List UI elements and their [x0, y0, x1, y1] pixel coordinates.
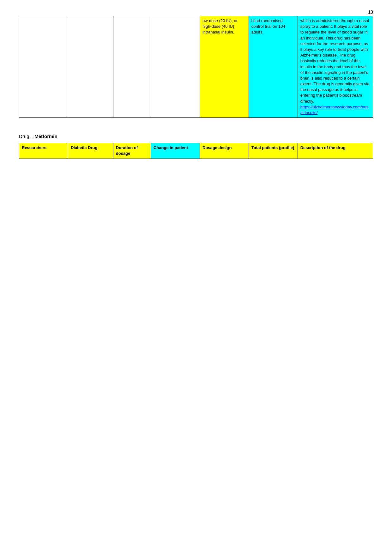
header-total-patients-text: Total patients (profile) [251, 145, 294, 150]
total-patients-text: blind randomised control trial on 104 ad… [251, 18, 285, 34]
header-description: Description of the drug [298, 143, 373, 159]
header-researchers: Researchers [19, 143, 68, 159]
cell-total-patients: blind randomised control trial on 104 ad… [249, 16, 298, 118]
header-diabetic-drug: Diabetic Drug [68, 143, 113, 159]
cell-researchers [19, 16, 68, 118]
dosage-text: ow-dose (20 IU), or high-dose (40 IU) in… [202, 18, 238, 34]
table-row: ow-dose (20 IU), or high-dose (40 IU) in… [19, 16, 373, 118]
drug-name: Metformin [34, 134, 57, 139]
page-number: 13 [368, 9, 373, 15]
header-dosage-text: Dosage design [202, 145, 232, 150]
drug-label: Drug – [19, 134, 33, 139]
header-dosage: Dosage design [200, 143, 249, 159]
description-link[interactable]: https://alzheimersnewstoday.com/nasal-in… [300, 105, 369, 115]
header-change-text: Change in patient [154, 145, 188, 150]
header-change: Change in patient [151, 143, 200, 159]
cell-diabetic-drug [68, 16, 113, 118]
top-continuation-table: ow-dose (20 IU), or high-dose (40 IU) in… [19, 16, 373, 118]
cell-duration [113, 16, 151, 118]
header-total-patients: Total patients (profile) [249, 143, 298, 159]
cell-change [151, 16, 200, 118]
header-researchers-text: Researchers [22, 145, 46, 150]
header-duration-text: Duration of dosage [116, 145, 138, 156]
table-header-row: Researchers Diabetic Drug Duration of do… [19, 143, 373, 159]
header-description-text: Description of the drug [300, 145, 346, 150]
drug-heading: Drug – Metformin [19, 134, 373, 139]
cell-description: which is administered through a nasal sp… [298, 16, 373, 118]
metformin-table: Researchers Diabetic Drug Duration of do… [19, 143, 373, 159]
cell-dosage: ow-dose (20 IU), or high-dose (40 IU) in… [200, 16, 249, 118]
header-duration: Duration of dosage [113, 143, 151, 159]
header-diabetic-drug-text: Diabetic Drug [71, 145, 98, 150]
description-text: which is administered through a nasal sp… [300, 18, 370, 104]
